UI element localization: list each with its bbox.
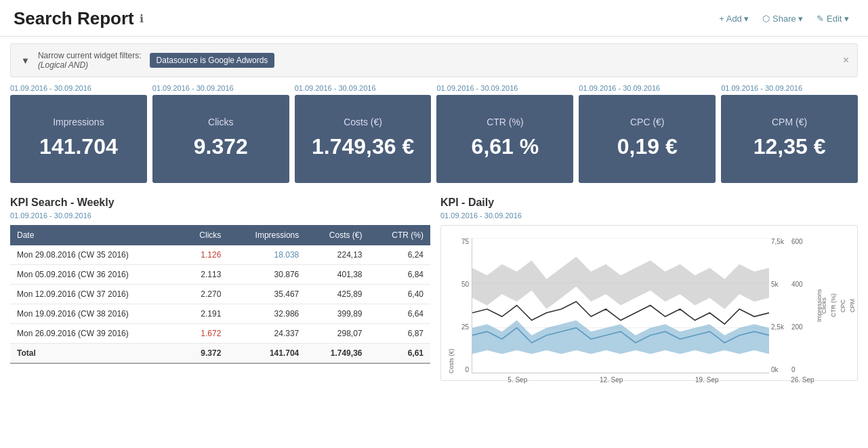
cell-impressions-2: 35.467 bbox=[228, 285, 306, 304]
table-row: Mon 19.09.2016 (CW 38 2016) 2.191 32.986… bbox=[10, 304, 430, 324]
filter-close-button[interactable]: × bbox=[843, 54, 849, 66]
card-value-2: 1.749,36 € bbox=[304, 134, 422, 159]
filter-bar: ▼ Narrow current widget filters: (Logica… bbox=[10, 43, 858, 77]
chart-svg bbox=[472, 238, 769, 373]
card-date-4: 01.09.2016 - 30.09.2016 bbox=[579, 84, 716, 92]
kpi-card-3[interactable]: CTR (%) 6,61 % bbox=[436, 95, 573, 183]
card-value-0: 141.704 bbox=[20, 134, 138, 159]
x-label-1: 12. Sep bbox=[600, 376, 623, 384]
kpi-card-5[interactable]: CPM (€) 12,35 € bbox=[721, 95, 858, 183]
cell-impressions-3: 32.986 bbox=[228, 304, 306, 324]
col-header-2: Impressions bbox=[228, 225, 306, 245]
cell-ctr-2: 6,40 bbox=[369, 285, 430, 304]
add-button[interactable]: + Add ▾ bbox=[714, 11, 754, 26]
imp-link-0[interactable]: 18.038 bbox=[274, 250, 299, 260]
card-date-2: 01.09.2016 - 30.09.2016 bbox=[295, 84, 432, 92]
card-wrapper-3: 01.09.2016 - 30.09.2016 CTR (%) 6,61 % bbox=[436, 84, 573, 183]
kpi-card-0[interactable]: Impressions 141.704 bbox=[10, 95, 147, 183]
y-axis-labels-right2: Clicks CTR (%) CPC CPM bbox=[829, 238, 848, 373]
page-title: Search Report bbox=[14, 8, 134, 29]
card-value-3: 6,61 % bbox=[446, 134, 564, 159]
cell-ctr-3: 6,64 bbox=[369, 304, 430, 324]
card-value-5: 12,35 € bbox=[730, 134, 848, 159]
col-header-0: Date bbox=[10, 225, 180, 245]
page-header: Search Report ℹ + Add ▾ ⬡ Share ▾ ✎ Edit… bbox=[0, 0, 868, 37]
y-right1-label-1: 5k bbox=[771, 281, 779, 288]
share-button[interactable]: ⬡ Share ▾ bbox=[757, 11, 808, 26]
total-label: Total bbox=[10, 344, 180, 364]
card-wrapper-2: 01.09.2016 - 30.09.2016 Costs (€) 1.749,… bbox=[295, 84, 432, 183]
kpi-table: DateClicksImpressionsCosts (€)CTR (%) Mo… bbox=[10, 225, 430, 364]
card-date-0: 01.09.2016 - 30.09.2016 bbox=[10, 84, 147, 92]
cell-costs-0: 224,13 bbox=[306, 245, 369, 265]
filter-tag[interactable]: Datasource is Google Adwords bbox=[150, 53, 275, 68]
x-label-0: 5. Sep bbox=[508, 376, 527, 384]
y-right1-label-0: 7,5k bbox=[771, 238, 784, 245]
card-date-3: 01.09.2016 - 30.09.2016 bbox=[436, 84, 573, 92]
y-left-label-2: 25 bbox=[461, 323, 469, 331]
kpi-card-1[interactable]: Clicks 9.372 bbox=[152, 95, 289, 183]
card-label-0: Impressions bbox=[20, 117, 138, 127]
cell-clicks-0: 1.126 bbox=[180, 245, 228, 265]
y-left-label-3: 0 bbox=[465, 366, 469, 373]
y-right1-label-2: 2,5k bbox=[771, 323, 784, 331]
svg-marker-5 bbox=[472, 321, 769, 354]
y-axis-clicks: 6004002000 bbox=[789, 238, 810, 373]
y-axis-right: 7,5k5k2,5k0k 6004002000 Impressions Clic… bbox=[769, 238, 850, 373]
cell-costs-1: 401,38 bbox=[306, 265, 369, 285]
card-wrapper-1: 01.09.2016 - 30.09.2016 Clicks 9.372 bbox=[152, 84, 289, 183]
edit-button[interactable]: ✎ Edit ▾ bbox=[811, 11, 854, 26]
y-axis-impressions: 7,5k5k2,5k0k bbox=[769, 238, 789, 373]
card-value-4: 0,19 € bbox=[588, 134, 706, 159]
cell-costs-3: 399,89 bbox=[306, 304, 369, 324]
y-right1-label-3: 0k bbox=[771, 366, 779, 373]
cell-date-0: Mon 29.08.2016 (CW 35 2016) bbox=[10, 245, 180, 265]
card-label-3: CTR (%) bbox=[446, 117, 564, 127]
kpi-card-2[interactable]: Costs (€) 1.749,36 € bbox=[295, 95, 432, 183]
card-wrapper-5: 01.09.2016 - 30.09.2016 CPM (€) 12,35 € bbox=[721, 84, 858, 183]
cell-costs-4: 298,07 bbox=[306, 324, 369, 344]
card-label-1: Clicks bbox=[162, 117, 280, 127]
kpi-cards-section: 01.09.2016 - 30.09.2016 Impressions 141.… bbox=[0, 84, 868, 190]
y-right2-label-0: 600 bbox=[791, 238, 803, 245]
table-row: Mon 12.09.2016 (CW 37 2016) 2.270 35.467… bbox=[10, 285, 430, 304]
table-total-row: Total 9.372 141.704 1.749,36 6,61 bbox=[10, 344, 430, 364]
header-left: Search Report ℹ bbox=[14, 8, 144, 29]
cell-date-1: Mon 05.09.2016 (CW 36 2016) bbox=[10, 265, 180, 285]
main-content: KPI Search - Weekly 01.09.2016 - 30.09.2… bbox=[0, 190, 868, 388]
table-row: Mon 29.08.2016 (CW 35 2016) 1.126 18.038… bbox=[10, 245, 430, 265]
card-wrapper-0: 01.09.2016 - 30.09.2016 Impressions 141.… bbox=[10, 84, 147, 183]
cell-ctr-1: 6,84 bbox=[369, 265, 430, 285]
total-clicks: 9.372 bbox=[180, 344, 228, 364]
table-header-row: DateClicksImpressionsCosts (€)CTR (%) bbox=[10, 225, 430, 245]
total-costs: 1.749,36 bbox=[306, 344, 369, 364]
kpi-card-4[interactable]: CPC (€) 0,19 € bbox=[579, 95, 716, 183]
x-label-3: 26. Sep bbox=[791, 376, 814, 384]
chart-area: 7550250 bbox=[448, 238, 850, 373]
chart-section-date: 01.09.2016 - 30.09.2016 bbox=[440, 211, 858, 220]
cell-clicks-3: 2.191 bbox=[180, 304, 228, 324]
y-right2-label-1: 400 bbox=[791, 281, 803, 288]
cell-impressions-0: 18.038 bbox=[228, 245, 306, 265]
table-section-date: 01.09.2016 - 30.09.2016 bbox=[10, 211, 430, 220]
filter-text: Narrow current widget filters: (Logical … bbox=[38, 51, 142, 70]
card-date-1: 01.09.2016 - 30.09.2016 bbox=[152, 84, 289, 92]
y-left-label-0: 75 bbox=[461, 238, 469, 245]
y-axis-left-label: Costs (€) bbox=[448, 238, 455, 373]
table-body: Mon 29.08.2016 (CW 35 2016) 1.126 18.038… bbox=[10, 245, 430, 363]
total-impressions: 141.704 bbox=[228, 344, 306, 364]
chart-inner: 7550250 bbox=[448, 238, 850, 373]
info-icon[interactable]: ℹ bbox=[140, 12, 144, 25]
filter-icon: ▼ bbox=[21, 56, 30, 66]
card-wrapper-4: 01.09.2016 - 30.09.2016 CPC (€) 0,19 € bbox=[579, 84, 716, 183]
total-ctr: 6,61 bbox=[369, 344, 430, 364]
card-value-1: 9.372 bbox=[162, 134, 280, 159]
chart-container: 7550250 bbox=[440, 225, 858, 381]
cell-ctr-4: 6,87 bbox=[369, 324, 430, 344]
cell-costs-2: 425,89 bbox=[306, 285, 369, 304]
cards-row: 01.09.2016 - 30.09.2016 Impressions 141.… bbox=[10, 84, 858, 183]
table-row: Mon 26.09.2016 (CW 39 2016) 1.672 24.337… bbox=[10, 324, 430, 344]
cell-clicks-4: 1.672 bbox=[180, 324, 228, 344]
col-header-3: Costs (€) bbox=[306, 225, 369, 245]
x-label-2: 19. Sep bbox=[695, 376, 718, 384]
